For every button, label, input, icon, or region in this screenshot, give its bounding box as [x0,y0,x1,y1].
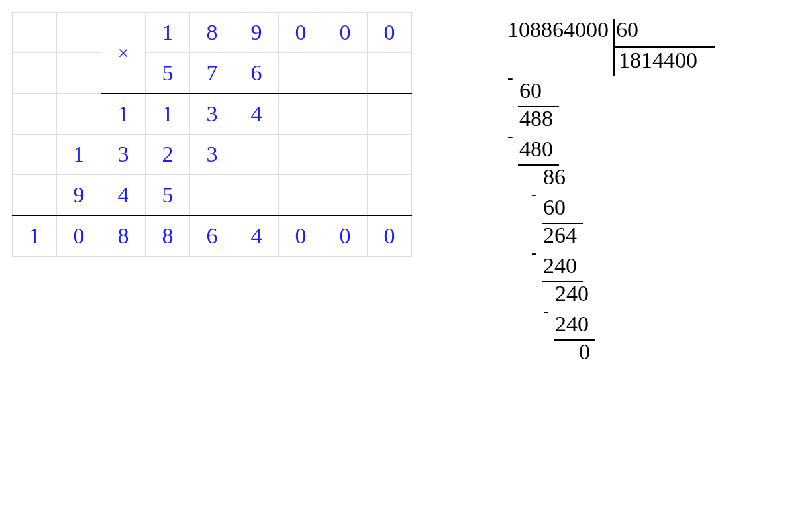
cell: 0 [57,215,101,257]
cell: 9 [57,175,101,216]
minus-sign: - [543,302,549,320]
division-step-value: 240 [555,313,589,335]
cell [323,135,368,175]
partial-product-row: 1 1 3 4 [13,93,412,135]
division-step-value: 60 [543,196,566,219]
cell [323,175,368,216]
minus-sign: - [531,244,537,261]
quotient: 1814400 [619,49,697,72]
cell: 0 [368,13,412,53]
cell: 4 [234,215,279,257]
cell [190,175,234,216]
divisor: 60 [616,19,638,41]
cell: 1 [146,93,190,135]
cell [234,175,279,216]
division-step-value: 480 [519,138,553,160]
cell [368,53,412,94]
minus-sign: - [507,69,513,86]
cell [279,175,323,216]
cell [13,93,57,135]
cell: 0 [279,13,323,53]
cell: 0 [368,215,412,257]
cell: 0 [279,215,323,257]
cell: 4 [234,93,279,135]
cell: 6 [190,215,234,257]
cell [323,93,368,135]
cell: 8 [101,215,146,257]
cell [13,13,57,53]
multiplier-row: 5 7 6 [13,53,412,94]
division-step-value: 86 [543,166,566,188]
cell: 5 [146,175,190,216]
cell: 1 [13,215,57,257]
cell: 6 [234,53,279,94]
cell: 8 [190,13,234,53]
cell: 3 [101,135,146,175]
cell: 5 [146,53,190,94]
multiplicand-row: × 1 8 9 0 0 0 [13,13,412,53]
cell [57,13,101,53]
division-step-value: 240 [555,282,589,305]
cell [279,53,323,94]
product-row: 1 0 8 8 6 4 0 0 0 [13,215,412,257]
cell [57,53,101,94]
cell: 1 [101,93,146,135]
cell: 9 [234,13,279,53]
division-step-value: 240 [543,255,577,277]
division-step-value: 0 [579,341,590,363]
minus-sign: - [507,127,513,145]
cell: 0 [323,215,368,257]
partial-product-row: 1 3 2 3 [13,135,412,175]
cell: 3 [190,135,234,175]
cell [13,135,57,175]
cell [368,175,412,216]
cell: 0 [323,13,368,53]
cell: 4 [101,175,146,216]
cell: 1 [146,13,190,53]
cell [13,53,57,94]
division-step-value: 488 [519,107,553,130]
cell [279,135,323,175]
cell: 1 [57,135,101,175]
cell: 8 [146,215,190,257]
multiply-operator: × [101,13,146,94]
minus-sign: - [531,186,537,203]
cell: 3 [190,93,234,135]
cell [368,93,412,135]
division-step-value: 60 [519,80,542,102]
long-division: 108864000 60 1814400 -60488-48086-60264-… [497,19,538,371]
cell [234,135,279,175]
cell [13,175,57,216]
cell: 7 [190,53,234,94]
division-step-value: 264 [543,224,577,247]
multiplication-table: × 1 8 9 0 0 0 5 7 6 1 1 3 4 [12,12,412,257]
cell [279,93,323,135]
partial-product-row: 9 4 5 [13,175,412,216]
cell: 2 [146,135,190,175]
cell [368,135,412,175]
dividend: 108864000 [507,19,609,41]
cell [57,93,101,135]
cell [323,53,368,94]
